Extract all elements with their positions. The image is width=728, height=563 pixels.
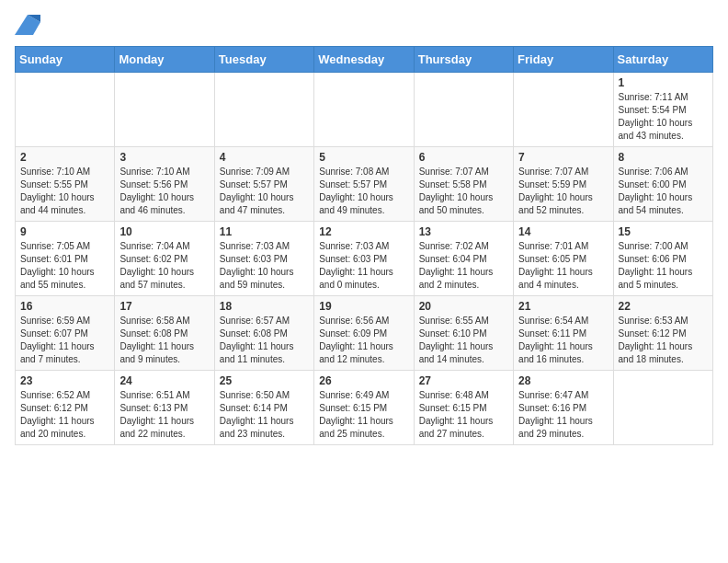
calendar-cell: 27Sunrise: 6:48 AM Sunset: 6:15 PM Dayli… [414, 371, 513, 445]
day-info: Sunrise: 6:48 AM Sunset: 6:15 PM Dayligh… [419, 389, 508, 441]
calendar-cell: 8Sunrise: 7:06 AM Sunset: 6:00 PM Daylig… [613, 147, 712, 222]
day-number: 24 [119, 374, 209, 387]
calendar-cell: 14Sunrise: 7:01 AM Sunset: 6:05 PM Dayli… [514, 222, 613, 296]
calendar-cell: 13Sunrise: 7:02 AM Sunset: 6:04 PM Dayli… [414, 222, 513, 296]
weekday-header-row: SundayMondayTuesdayWednesdayThursdayFrid… [16, 47, 713, 73]
day-number: 12 [319, 225, 408, 238]
weekday-header-sunday: Sunday [16, 47, 115, 73]
day-info: Sunrise: 7:02 AM Sunset: 6:04 PM Dayligh… [419, 240, 508, 292]
day-info: Sunrise: 7:04 AM Sunset: 6:02 PM Dayligh… [119, 240, 209, 292]
calendar-week-2: 2Sunrise: 7:10 AM Sunset: 5:55 PM Daylig… [16, 147, 713, 222]
day-info: Sunrise: 6:54 AM Sunset: 6:11 PM Dayligh… [518, 315, 608, 366]
calendar-cell [613, 371, 712, 445]
calendar-cell [414, 73, 513, 147]
day-info: Sunrise: 7:10 AM Sunset: 5:55 PM Dayligh… [20, 166, 109, 217]
calendar-cell: 20Sunrise: 6:55 AM Sunset: 6:10 PM Dayli… [414, 296, 513, 371]
page-header [15, 15, 713, 35]
logo [15, 15, 44, 35]
day-number: 26 [319, 374, 408, 387]
day-info: Sunrise: 6:59 AM Sunset: 6:07 PM Dayligh… [20, 315, 109, 366]
calendar-table: SundayMondayTuesdayWednesdayThursdayFrid… [15, 46, 713, 445]
day-number: 2 [20, 151, 109, 164]
calendar-cell: 4Sunrise: 7:09 AM Sunset: 5:57 PM Daylig… [214, 147, 313, 222]
calendar-cell: 16Sunrise: 6:59 AM Sunset: 6:07 PM Dayli… [16, 296, 115, 371]
day-number: 18 [220, 300, 309, 313]
calendar-cell: 18Sunrise: 6:57 AM Sunset: 6:08 PM Dayli… [214, 296, 313, 371]
day-number: 20 [419, 300, 508, 313]
weekday-header-friday: Friday [514, 47, 613, 73]
calendar-cell [314, 73, 414, 147]
day-info: Sunrise: 6:47 AM Sunset: 6:16 PM Dayligh… [518, 389, 608, 441]
day-info: Sunrise: 7:06 AM Sunset: 6:00 PM Dayligh… [619, 166, 708, 217]
day-info: Sunrise: 7:03 AM Sunset: 6:03 PM Dayligh… [220, 240, 309, 292]
day-number: 23 [20, 374, 109, 387]
day-info: Sunrise: 7:08 AM Sunset: 5:57 PM Dayligh… [319, 166, 408, 217]
day-info: Sunrise: 7:05 AM Sunset: 6:01 PM Dayligh… [20, 240, 109, 292]
calendar-cell: 7Sunrise: 7:07 AM Sunset: 5:59 PM Daylig… [514, 147, 613, 222]
weekday-header-tuesday: Tuesday [214, 47, 313, 73]
calendar-cell: 23Sunrise: 6:52 AM Sunset: 6:12 PM Dayli… [16, 371, 115, 445]
calendar-week-1: 1Sunrise: 7:11 AM Sunset: 5:54 PM Daylig… [16, 73, 713, 147]
day-number: 15 [619, 225, 708, 238]
calendar-cell: 24Sunrise: 6:51 AM Sunset: 6:13 PM Dayli… [115, 371, 214, 445]
day-number: 6 [419, 151, 508, 164]
day-number: 21 [518, 300, 608, 313]
day-info: Sunrise: 7:00 AM Sunset: 6:06 PM Dayligh… [619, 240, 708, 292]
calendar-week-4: 16Sunrise: 6:59 AM Sunset: 6:07 PM Dayli… [16, 296, 713, 371]
weekday-header-wednesday: Wednesday [314, 47, 414, 73]
calendar-cell: 17Sunrise: 6:58 AM Sunset: 6:08 PM Dayli… [115, 296, 214, 371]
day-info: Sunrise: 7:07 AM Sunset: 5:59 PM Dayligh… [518, 166, 608, 217]
calendar-cell: 22Sunrise: 6:53 AM Sunset: 6:12 PM Dayli… [613, 296, 712, 371]
calendar-cell [115, 73, 214, 147]
day-info: Sunrise: 7:03 AM Sunset: 6:03 PM Dayligh… [319, 240, 408, 292]
day-info: Sunrise: 7:09 AM Sunset: 5:57 PM Dayligh… [220, 166, 309, 217]
day-info: Sunrise: 6:50 AM Sunset: 6:14 PM Dayligh… [220, 389, 309, 441]
calendar-cell: 19Sunrise: 6:56 AM Sunset: 6:09 PM Dayli… [314, 296, 414, 371]
calendar-cell: 15Sunrise: 7:00 AM Sunset: 6:06 PM Dayli… [613, 222, 712, 296]
day-info: Sunrise: 6:51 AM Sunset: 6:13 PM Dayligh… [119, 389, 209, 441]
calendar-week-3: 9Sunrise: 7:05 AM Sunset: 6:01 PM Daylig… [16, 222, 713, 296]
day-number: 19 [319, 300, 408, 313]
calendar-cell: 2Sunrise: 7:10 AM Sunset: 5:55 PM Daylig… [16, 147, 115, 222]
calendar-cell: 21Sunrise: 6:54 AM Sunset: 6:11 PM Dayli… [514, 296, 613, 371]
calendar-cell: 26Sunrise: 6:49 AM Sunset: 6:15 PM Dayli… [314, 371, 414, 445]
weekday-header-thursday: Thursday [414, 47, 513, 73]
day-info: Sunrise: 6:52 AM Sunset: 6:12 PM Dayligh… [20, 389, 109, 441]
calendar-cell: 10Sunrise: 7:04 AM Sunset: 6:02 PM Dayli… [115, 222, 214, 296]
day-info: Sunrise: 7:11 AM Sunset: 5:54 PM Dayligh… [619, 91, 708, 143]
calendar-cell: 25Sunrise: 6:50 AM Sunset: 6:14 PM Dayli… [214, 371, 313, 445]
day-number: 16 [20, 300, 109, 313]
day-number: 27 [419, 374, 508, 387]
calendar-cell: 28Sunrise: 6:47 AM Sunset: 6:16 PM Dayli… [514, 371, 613, 445]
calendar-cell [214, 73, 313, 147]
calendar-cell: 12Sunrise: 7:03 AM Sunset: 6:03 PM Dayli… [314, 222, 414, 296]
calendar-cell: 3Sunrise: 7:10 AM Sunset: 5:56 PM Daylig… [115, 147, 214, 222]
weekday-header-monday: Monday [115, 47, 214, 73]
day-info: Sunrise: 6:58 AM Sunset: 6:08 PM Dayligh… [119, 315, 209, 366]
day-number: 13 [419, 225, 508, 238]
day-number: 10 [119, 225, 209, 238]
calendar-cell: 6Sunrise: 7:07 AM Sunset: 5:58 PM Daylig… [414, 147, 513, 222]
day-number: 5 [319, 151, 408, 164]
day-number: 9 [20, 225, 109, 238]
day-info: Sunrise: 7:01 AM Sunset: 6:05 PM Dayligh… [518, 240, 608, 292]
day-number: 14 [518, 225, 608, 238]
day-number: 4 [220, 151, 309, 164]
weekday-header-saturday: Saturday [613, 47, 712, 73]
day-info: Sunrise: 6:53 AM Sunset: 6:12 PM Dayligh… [619, 315, 708, 366]
calendar-cell: 11Sunrise: 7:03 AM Sunset: 6:03 PM Dayli… [214, 222, 313, 296]
day-info: Sunrise: 6:56 AM Sunset: 6:09 PM Dayligh… [319, 315, 408, 366]
day-number: 1 [619, 76, 708, 89]
calendar-cell [16, 73, 115, 147]
day-info: Sunrise: 6:55 AM Sunset: 6:10 PM Dayligh… [419, 315, 508, 366]
calendar-cell: 1Sunrise: 7:11 AM Sunset: 5:54 PM Daylig… [613, 73, 712, 147]
logo-icon [15, 15, 40, 35]
day-number: 11 [220, 225, 309, 238]
day-info: Sunrise: 6:57 AM Sunset: 6:08 PM Dayligh… [220, 315, 309, 366]
day-number: 17 [119, 300, 209, 313]
day-info: Sunrise: 7:10 AM Sunset: 5:56 PM Dayligh… [119, 166, 209, 217]
day-number: 22 [619, 300, 708, 313]
day-info: Sunrise: 6:49 AM Sunset: 6:15 PM Dayligh… [319, 389, 408, 441]
day-number: 7 [518, 151, 608, 164]
day-number: 28 [518, 374, 608, 387]
